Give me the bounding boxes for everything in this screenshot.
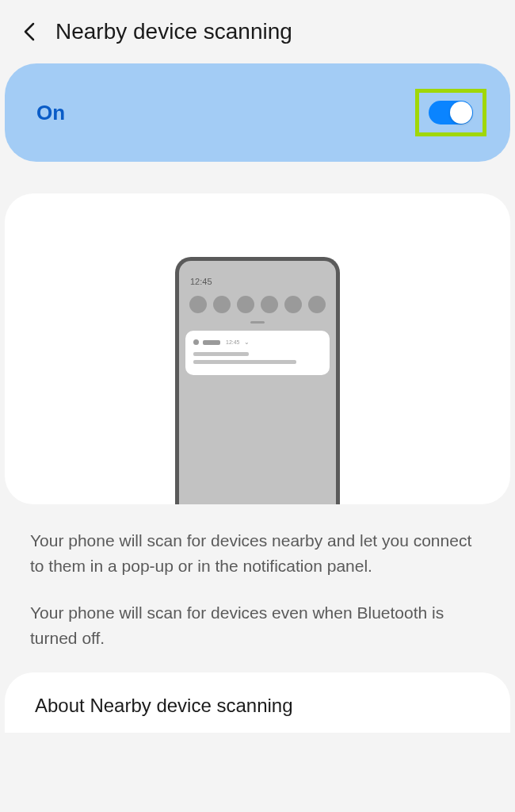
mock-time: 12:45 xyxy=(190,277,212,286)
mock-handle xyxy=(250,321,265,324)
toggle-highlight-box xyxy=(415,89,486,136)
mock-notification: 12:45 ⌄ xyxy=(185,331,330,375)
phone-mockup-icon: 12:45 12:45 ⌄ xyxy=(175,257,340,504)
description-para-1: Your phone will scan for devices nearby … xyxy=(30,528,485,578)
back-icon[interactable] xyxy=(22,21,36,43)
description-para-2: Your phone will scan for devices even wh… xyxy=(30,600,485,650)
toggle-card[interactable]: On xyxy=(5,63,510,162)
chevron-down-icon: ⌄ xyxy=(244,339,250,346)
description-text: Your phone will scan for devices nearby … xyxy=(0,504,515,650)
header: Nearby device scanning xyxy=(0,0,515,63)
illustration-card: 12:45 12:45 ⌄ xyxy=(5,193,510,504)
toggle-state-label: On xyxy=(36,101,65,125)
toggle-switch[interactable] xyxy=(429,101,473,124)
about-row[interactable]: About Nearby device scanning xyxy=(5,672,510,733)
page-title: Nearby device scanning xyxy=(55,19,292,44)
mock-quick-settings xyxy=(179,296,336,313)
toggle-knob xyxy=(450,102,472,124)
about-label: About Nearby device scanning xyxy=(35,695,480,717)
